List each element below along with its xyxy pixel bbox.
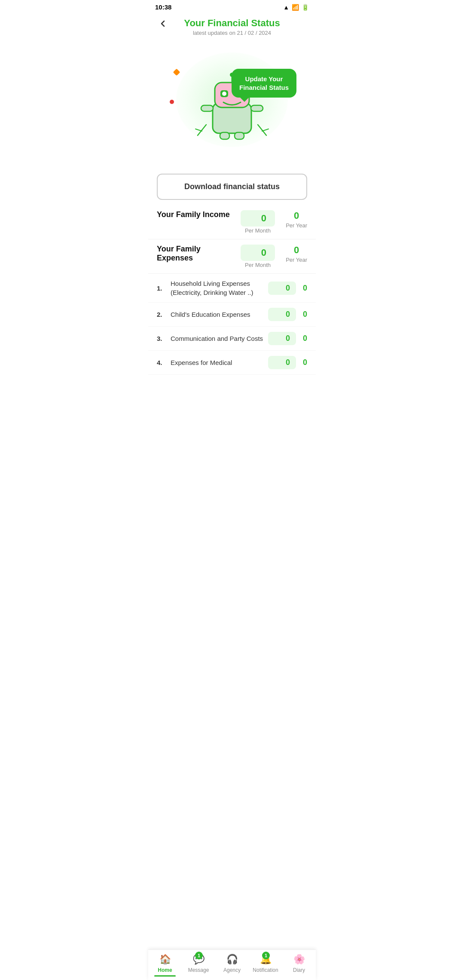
expense-item: 2. Child's Education Expenses 0 0 (148, 303, 316, 327)
svg-rect-11 (235, 132, 244, 139)
expense-list: 1. Household Living Expenses (Electricit… (148, 274, 316, 375)
expenses-row: Your Family Expenses 0 Per Month 0 Per Y… (157, 245, 307, 268)
expense-per-month-value: 0 (274, 284, 290, 293)
svg-rect-9 (251, 105, 263, 111)
income-per-month: 0 Per Month (241, 210, 275, 234)
wifi-icon: ▲ (283, 4, 289, 11)
expenses-per-year: 0 Per Year (286, 245, 307, 263)
expense-per-year-value: 0 (303, 358, 307, 367)
expense-values: 0 0 (268, 282, 307, 295)
decorative-dot-2 (170, 100, 174, 104)
expenses-per-month: 0 Per Month (241, 245, 275, 268)
income-per-month-box: 0 (241, 210, 275, 227)
income-per-month-value: 0 (249, 213, 266, 224)
income-title: Your Family Income (157, 210, 230, 219)
income-per-month-label: Per Month (245, 227, 271, 234)
expense-per-month-value: 0 (274, 334, 290, 343)
expense-item: 1. Household Living Expenses (Electricit… (148, 274, 316, 303)
expense-name: Household Living Expenses (Electricity, … (167, 279, 268, 297)
nav-icon-wrap-diary: 🌸 (293, 953, 305, 965)
expenses-per-month-label: Per Month (245, 262, 271, 268)
family-expenses-section: Your Family Expenses 0 Per Month 0 Per Y… (148, 239, 316, 274)
expense-number: 1. (157, 285, 167, 292)
nav-icon-home: 🏠 (159, 953, 171, 965)
expenses-per-year-value: 0 (294, 245, 299, 256)
status-bar: 10:38 ▲ 📶 🔋 (148, 0, 316, 14)
income-per-year: 0 Per Year (286, 210, 307, 229)
expense-item: 4. Expenses for Medical 0 0 (148, 351, 316, 375)
nav-badge-message: 1 (195, 952, 203, 959)
expense-per-year-value: 0 (303, 284, 307, 293)
expense-name: Child's Education Expenses (167, 310, 268, 319)
decorative-dot-1 (173, 69, 180, 76)
svg-rect-10 (220, 132, 229, 139)
expense-per-month-box: 0 (268, 308, 296, 321)
robot-container: Update Your Financial Status (193, 64, 271, 144)
nav-icon-wrap-message: 💬 1 (192, 953, 205, 965)
expense-per-month-value: 0 (274, 310, 290, 319)
expense-item: 3. Communication and Party Costs 0 0 (148, 327, 316, 351)
nav-badge-notification: 1 (262, 952, 270, 959)
expense-per-month-box: 0 (268, 282, 296, 295)
income-per-year-value: 0 (294, 210, 299, 221)
expenses-per-year-label: Per Year (286, 257, 307, 263)
bottom-nav: 🏠 Home 💬 1 Message 🎧 Agency 🔔 1 Notifica… (148, 949, 316, 980)
expenses-per-month-box: 0 (241, 245, 275, 261)
battery-icon: 🔋 (302, 4, 309, 11)
expense-per-month-box: 0 (268, 356, 296, 369)
active-indicator (154, 975, 176, 977)
status-time: 10:38 (155, 3, 171, 11)
main-content: Download financial status Your Family In… (148, 174, 316, 409)
svg-rect-8 (201, 105, 213, 111)
page-subtitle: latest updates on 21 / 02 / 2024 (193, 30, 271, 36)
back-button[interactable] (155, 16, 171, 31)
expense-number: 4. (157, 359, 167, 366)
expense-number: 3. (157, 335, 167, 342)
income-per-year-label: Per Year (286, 222, 307, 229)
expense-per-month-box: 0 (268, 332, 296, 345)
nav-icon-diary: 🌸 (293, 953, 305, 965)
speech-bubble[interactable]: Update Your Financial Status (232, 69, 296, 98)
nav-label-agency: Agency (223, 967, 241, 973)
expense-per-year-value: 0 (303, 334, 307, 343)
expense-per-year-value: 0 (303, 310, 307, 319)
expenses-per-month-value: 0 (249, 247, 266, 258)
nav-icon-wrap-home: 🏠 (159, 953, 171, 965)
nav-label-message: Message (188, 967, 209, 973)
family-income-section: Your Family Income 0 Per Month 0 Per Yea… (148, 205, 316, 239)
status-icons: ▲ 📶 🔋 (283, 4, 309, 11)
nav-item-diary[interactable]: 🌸 Diary (286, 953, 312, 973)
nav-item-home[interactable]: 🏠 Home (152, 953, 178, 973)
nav-item-agency[interactable]: 🎧 Agency (219, 953, 245, 973)
header: Your Financial Status latest updates on … (148, 14, 316, 36)
nav-label-diary: Diary (293, 967, 305, 973)
nav-item-message[interactable]: 💬 1 Message (186, 953, 211, 973)
expense-name: Communication and Party Costs (167, 334, 268, 343)
expense-number: 2. (157, 311, 167, 318)
download-button[interactable]: Download financial status (157, 174, 307, 200)
expense-values: 0 0 (268, 308, 307, 321)
signal-icon: 📶 (292, 4, 299, 11)
expenses-title: Your Family Expenses (157, 245, 230, 263)
nav-label-home: Home (158, 967, 172, 973)
svg-line-14 (195, 129, 202, 131)
expense-values: 0 0 (268, 356, 307, 369)
svg-line-15 (262, 129, 269, 131)
nav-item-notification[interactable]: 🔔 1 Notification (253, 953, 278, 973)
nav-icon-agency: 🎧 (226, 953, 238, 965)
robot-section: Update Your Financial Status (148, 40, 316, 168)
nav-icon-wrap-agency: 🎧 (226, 953, 238, 965)
nav-icon-wrap-notification: 🔔 1 (259, 953, 272, 965)
svg-point-6 (222, 92, 226, 96)
page-title: Your Financial Status (184, 18, 280, 29)
expense-per-month-value: 0 (274, 358, 290, 367)
expense-values: 0 0 (268, 332, 307, 345)
income-row: Your Family Income 0 Per Month 0 Per Yea… (157, 210, 307, 234)
nav-label-notification: Notification (253, 967, 278, 973)
expense-name: Expenses for Medical (167, 358, 268, 367)
